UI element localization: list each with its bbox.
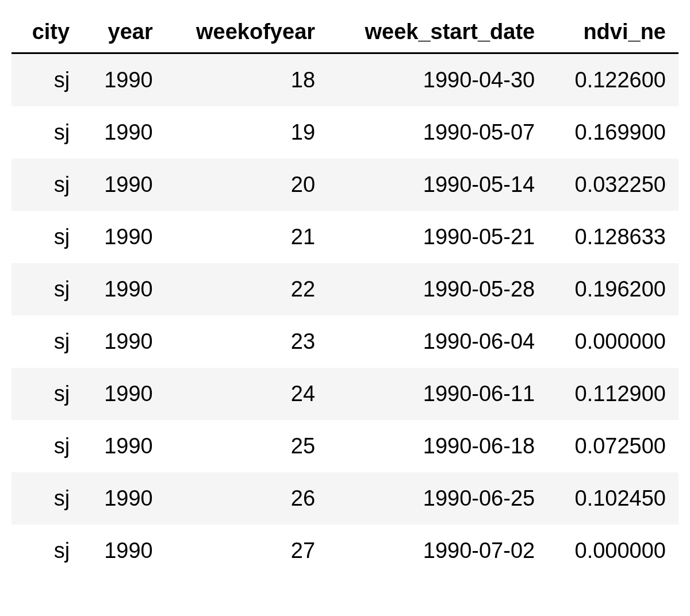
- table-header: city year weekofyear week_start_date ndv…: [12, 11, 678, 53]
- table-row: sj 1990 25 1990-06-18 0.072500: [12, 420, 678, 472]
- table-row: sj 1990 27 1990-07-02 0.000000: [12, 525, 678, 577]
- cell-year: 1990: [82, 368, 166, 420]
- table-body: sj 1990 18 1990-04-30 0.122600 sj 1990 1…: [12, 53, 678, 578]
- cell-year: 1990: [82, 472, 166, 525]
- cell-ndvi-ne: 0.032250: [547, 159, 678, 211]
- cell-weekofyear: 27: [166, 525, 328, 577]
- cell-weekofyear: 24: [166, 368, 328, 420]
- cell-city: sj: [12, 420, 82, 472]
- col-ndvi-ne: ndvi_ne: [547, 11, 678, 53]
- cell-week-start-date: 1990-05-28: [328, 263, 547, 315]
- table-row: sj 1990 23 1990-06-04 0.000000: [12, 315, 678, 368]
- cell-week-start-date: 1990-05-14: [328, 159, 547, 211]
- data-table: city year weekofyear week_start_date ndv…: [12, 11, 678, 577]
- cell-city: sj: [12, 211, 82, 263]
- cell-weekofyear: 26: [166, 472, 328, 525]
- col-week-start-date: week_start_date: [328, 11, 547, 53]
- cell-city: sj: [12, 263, 82, 315]
- cell-city: sj: [12, 53, 82, 107]
- cell-city: sj: [12, 472, 82, 525]
- table-row: sj 1990 19 1990-05-07 0.169900: [12, 106, 678, 159]
- table-row: sj 1990 18 1990-04-30 0.122600: [12, 53, 678, 107]
- table-row: sj 1990 22 1990-05-28 0.196200: [12, 263, 678, 315]
- cell-ndvi-ne: 0.102450: [547, 472, 678, 525]
- col-year: year: [82, 11, 166, 53]
- cell-year: 1990: [82, 106, 166, 159]
- cell-ndvi-ne: 0.169900: [547, 106, 678, 159]
- cell-year: 1990: [82, 159, 166, 211]
- cell-weekofyear: 20: [166, 159, 328, 211]
- cell-weekofyear: 25: [166, 420, 328, 472]
- cell-ndvi-ne: 0.112900: [547, 368, 678, 420]
- cell-week-start-date: 1990-07-02: [328, 525, 547, 577]
- cell-city: sj: [12, 159, 82, 211]
- cell-year: 1990: [82, 53, 166, 107]
- col-city: city: [12, 11, 82, 53]
- cell-weekofyear: 22: [166, 263, 328, 315]
- cell-ndvi-ne: 0.000000: [547, 525, 678, 577]
- table-row: sj 1990 21 1990-05-21 0.128633: [12, 211, 678, 263]
- cell-week-start-date: 1990-06-25: [328, 472, 547, 525]
- cell-weekofyear: 21: [166, 211, 328, 263]
- cell-year: 1990: [82, 420, 166, 472]
- table-row: sj 1990 26 1990-06-25 0.102450: [12, 472, 678, 525]
- cell-week-start-date: 1990-06-04: [328, 315, 547, 368]
- cell-week-start-date: 1990-04-30: [328, 53, 547, 107]
- cell-week-start-date: 1990-06-11: [328, 368, 547, 420]
- cell-city: sj: [12, 525, 82, 577]
- cell-weekofyear: 18: [166, 53, 328, 107]
- cell-year: 1990: [82, 525, 166, 577]
- table-row: sj 1990 20 1990-05-14 0.032250: [12, 159, 678, 211]
- cell-year: 1990: [82, 211, 166, 263]
- cell-week-start-date: 1990-05-21: [328, 211, 547, 263]
- cell-weekofyear: 23: [166, 315, 328, 368]
- cell-ndvi-ne: 0.196200: [547, 263, 678, 315]
- cell-ndvi-ne: 0.128633: [547, 211, 678, 263]
- cell-ndvi-ne: 0.072500: [547, 420, 678, 472]
- cell-city: sj: [12, 315, 82, 368]
- cell-week-start-date: 1990-06-18: [328, 420, 547, 472]
- cell-city: sj: [12, 106, 82, 159]
- cell-weekofyear: 19: [166, 106, 328, 159]
- cell-ndvi-ne: 0.122600: [547, 53, 678, 107]
- cell-city: sj: [12, 368, 82, 420]
- header-row: city year weekofyear week_start_date ndv…: [12, 11, 678, 53]
- cell-year: 1990: [82, 315, 166, 368]
- table-row: sj 1990 24 1990-06-11 0.112900: [12, 368, 678, 420]
- cell-week-start-date: 1990-05-07: [328, 106, 547, 159]
- cell-ndvi-ne: 0.000000: [547, 315, 678, 368]
- col-weekofyear: weekofyear: [166, 11, 328, 53]
- cell-year: 1990: [82, 263, 166, 315]
